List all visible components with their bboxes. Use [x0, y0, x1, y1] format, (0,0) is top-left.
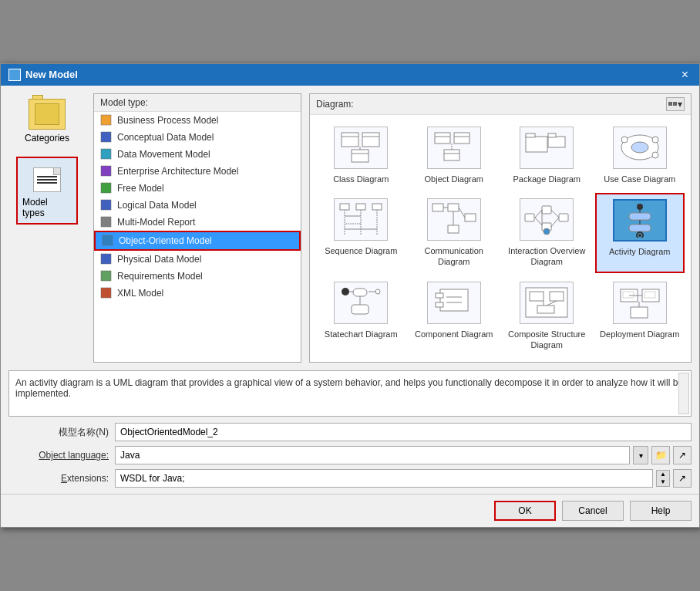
svg-rect-69	[352, 305, 369, 314]
model-list-label-cdm: Conceptual Data Model	[117, 132, 214, 143]
diagram-item-deployment[interactable]: Deployment Diagram	[595, 276, 685, 356]
ok-button[interactable]: OK	[494, 501, 556, 521]
model-list-icon-mmr	[100, 216, 113, 228]
svg-rect-89	[631, 307, 648, 318]
diagram-item-interaction[interactable]: Interaction Overview Diagram	[502, 193, 592, 273]
svg-rect-81	[550, 292, 564, 301]
spin-down-button[interactable]: ▼	[657, 478, 669, 486]
diagram-header-label: Diagram:	[316, 99, 354, 110]
svg-rect-68	[353, 289, 367, 296]
form-row-extensions: Extensions: ▲ ▼ ↗	[8, 469, 692, 488]
diagram-item-communication[interactable]: Communication Diagram	[409, 193, 500, 273]
cancel-button[interactable]: Cancel	[562, 501, 624, 521]
diagram-label-deployment: Deployment Diagram	[600, 329, 679, 339]
model-list-item-ldm[interactable]: Logical Data Model	[94, 197, 301, 214]
diagram-item-object[interactable]: Object Diagram	[409, 121, 500, 190]
diagram-label-communication: Communication Diagram	[413, 245, 496, 268]
grid-view-button[interactable]: ▾	[666, 97, 685, 111]
svg-rect-15	[352, 150, 369, 162]
diagram-label-statechart: Statechart Diagram	[325, 329, 398, 339]
svg-rect-9	[101, 271, 111, 281]
model-list-item-req[interactable]: Requirements Model	[94, 268, 301, 285]
model-list-items: Business Process ModelConceptual Data Mo…	[94, 112, 301, 302]
model-list-item-eam[interactable]: Enterprise Architecture Model	[94, 163, 301, 180]
model-list-icon-eam	[100, 165, 113, 177]
model-list-item-free[interactable]: Free Model	[94, 180, 301, 197]
spin-up-button[interactable]: ▲	[657, 471, 669, 478]
diagram-label-class: Class Diagram	[333, 174, 389, 184]
model-list-icon-cdm	[100, 131, 113, 144]
description-scrollbar[interactable]	[678, 373, 689, 414]
svg-rect-44	[432, 204, 443, 211]
extensions-spinner: ▲ ▼	[656, 470, 670, 487]
diagram-item-activity[interactable]: Activity Diagram	[595, 193, 685, 273]
diagram-thumb-package	[520, 127, 574, 169]
model-list-item-cdm[interactable]: Conceptual Data Model	[94, 129, 301, 146]
extensions-label: Extensions:	[8, 473, 109, 484]
svg-rect-54	[559, 214, 568, 221]
diagram-thumb-sequence	[334, 198, 388, 241]
diagram-item-usecase[interactable]: Use Case Diagram	[595, 121, 685, 190]
model-list-label-oom: Object-Oriented Model	[119, 235, 212, 246]
categories-icon	[29, 99, 66, 130]
diagram-thumb-composite	[520, 282, 574, 324]
diagram-item-composite[interactable]: Composite Structure Diagram	[502, 276, 592, 356]
svg-line-56	[551, 210, 559, 218]
model-list-panel: Model type: Business Process ModelConcep…	[93, 93, 301, 363]
svg-rect-47	[465, 214, 476, 221]
model-list-icon-pdm	[100, 253, 113, 265]
svg-rect-51	[525, 214, 534, 221]
svg-rect-27	[548, 137, 565, 147]
diagram-label-component: Component Diagram	[415, 329, 493, 339]
close-button[interactable]: ×	[678, 69, 692, 81]
model-name-input[interactable]	[115, 423, 692, 441]
svg-point-31	[621, 137, 628, 143]
extensions-input[interactable]	[115, 469, 653, 488]
model-list-label-ldm: Logical Data Model	[117, 200, 197, 211]
new-model-dialog: New Model × Categories	[0, 63, 700, 528]
model-list-icon-bpm	[100, 114, 113, 127]
model-list-item-pdm[interactable]: Physical Data Model	[94, 251, 301, 268]
diagram-label-usecase: Use Case Diagram	[604, 174, 675, 184]
model-list-icon-req	[100, 270, 113, 282]
extensions-wrapper: ▲ ▼ ↗	[115, 469, 692, 488]
model-list-item-oom[interactable]: Object-Oriented Model	[94, 231, 301, 251]
diagram-label-sequence: Sequence Diagram	[325, 245, 397, 256]
model-list-icon-free	[100, 182, 113, 194]
diagram-grid: Class Diagram Object Diagram Package Dia…	[310, 115, 691, 362]
svg-point-58	[544, 228, 550, 235]
svg-rect-18	[435, 133, 450, 144]
svg-rect-36	[356, 204, 365, 210]
diagram-thumb-statechart	[334, 282, 388, 324]
categories-item[interactable]: Categories	[16, 93, 78, 149]
svg-rect-8	[101, 254, 111, 264]
diagram-item-class[interactable]: Class Diagram	[316, 121, 406, 190]
object-language-select[interactable]: Java C# C++ Python	[115, 446, 630, 464]
svg-rect-74	[440, 289, 468, 311]
model-list-item-xml[interactable]: XML Model	[94, 285, 301, 302]
language-browse-button[interactable]: 📁	[651, 446, 670, 464]
diagram-panel: Diagram: ▾ Class Diagram Objec	[309, 93, 692, 363]
model-name-label: 模型名称(N)	[8, 426, 109, 439]
diagram-item-package[interactable]: Package Diagram	[502, 121, 592, 190]
svg-rect-4	[101, 183, 111, 193]
diagram-item-component[interactable]: Component Diagram	[409, 276, 500, 356]
svg-rect-20	[454, 133, 469, 144]
model-types-item[interactable]: Model types	[16, 157, 78, 225]
svg-rect-28	[548, 133, 556, 137]
svg-point-63	[638, 234, 641, 237]
diagram-item-sequence[interactable]: Sequence Diagram	[316, 193, 406, 273]
help-button[interactable]: Help	[630, 501, 692, 521]
dropdown-arrow: ▾	[678, 99, 682, 110]
svg-rect-60	[629, 213, 651, 220]
svg-rect-88	[644, 292, 655, 298]
extensions-action-button[interactable]: ↗	[673, 469, 692, 488]
model-list-label-xml: XML Model	[117, 288, 163, 299]
model-list-item-mmr[interactable]: Multi-Model Report	[94, 214, 301, 231]
diagram-item-statechart[interactable]: Statechart Diagram	[316, 276, 406, 356]
language-dropdown-arrow[interactable]: ▾	[633, 446, 648, 464]
language-action-button[interactable]: ↗	[673, 446, 692, 464]
model-list-item-dmm[interactable]: Data Movement Model	[94, 146, 301, 163]
diagram-thumb-usecase	[613, 127, 667, 169]
model-list-item-bpm[interactable]: Business Process Model	[94, 112, 301, 129]
